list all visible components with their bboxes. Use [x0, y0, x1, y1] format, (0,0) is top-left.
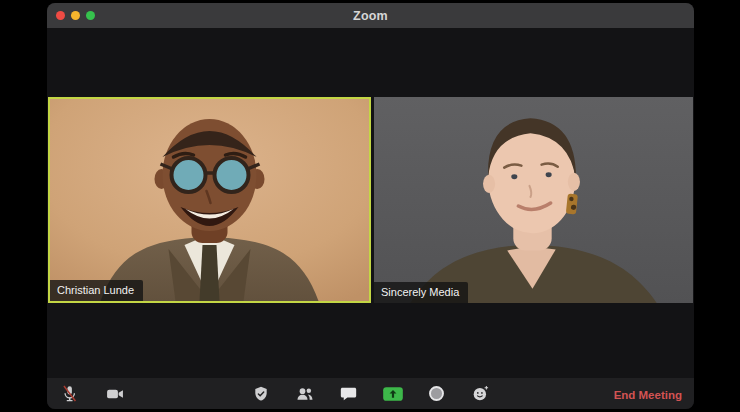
reactions-button[interactable]	[466, 380, 496, 408]
close-button[interactable]	[56, 11, 65, 20]
participants-icon	[295, 384, 315, 404]
participant-name-label: Sincerely Media	[374, 282, 468, 303]
security-shield-icon	[252, 385, 270, 403]
participant-name-label: Christian Lunde	[50, 280, 143, 301]
chat-button[interactable]	[334, 380, 364, 408]
share-screen-button[interactable]	[378, 380, 408, 408]
end-meeting-button[interactable]: End Meeting	[614, 389, 682, 401]
toolbar-center-group	[246, 378, 496, 409]
microphone-muted-icon	[60, 384, 79, 403]
zoom-window: Zoom	[47, 3, 694, 409]
meeting-area: Christian Lunde	[47, 28, 694, 378]
record-icon	[427, 384, 446, 403]
participant-video-sincerely	[374, 97, 693, 303]
fullscreen-button[interactable]	[86, 11, 95, 20]
mute-button[interactable]	[54, 380, 84, 408]
minimize-button[interactable]	[71, 11, 80, 20]
video-camera-icon	[105, 384, 125, 404]
participants-button[interactable]	[290, 380, 320, 408]
video-tile-active-speaker[interactable]: Christian Lunde	[48, 97, 371, 303]
window-title: Zoom	[353, 9, 388, 23]
toolbar-right-group: End Meeting	[614, 385, 694, 403]
participant-video-christian	[50, 99, 369, 301]
traffic-lights	[56, 3, 95, 28]
security-button[interactable]	[246, 380, 276, 408]
video-tile-participant[interactable]: Sincerely Media	[374, 97, 693, 303]
video-button[interactable]	[100, 380, 130, 408]
titlebar[interactable]: Zoom	[47, 3, 694, 28]
chat-bubble-icon	[339, 384, 358, 403]
screen-background: Zoom	[0, 0, 740, 412]
reactions-smiley-icon	[471, 384, 490, 403]
share-screen-icon	[382, 384, 404, 404]
video-grid: Christian Lunde	[48, 97, 693, 303]
record-button[interactable]	[422, 380, 452, 408]
toolbar-left-group	[47, 380, 130, 408]
meeting-toolbar: End Meeting	[47, 378, 694, 409]
